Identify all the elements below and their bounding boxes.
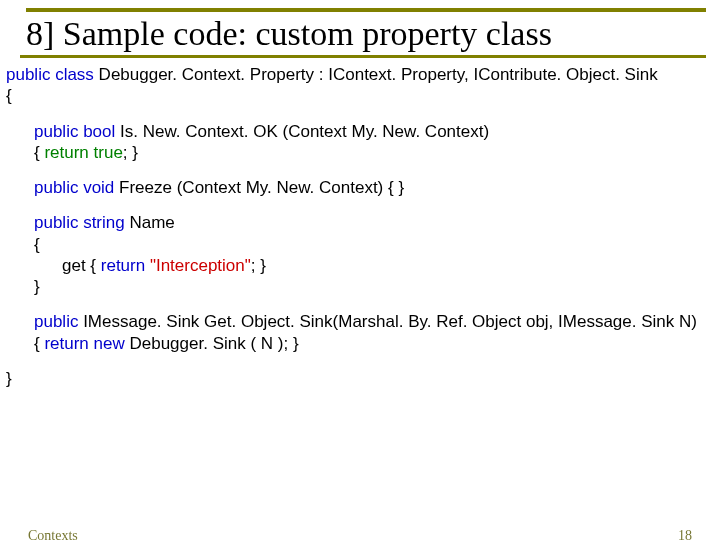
method-isnew: public bool Is. New. Context. OK (Contex… bbox=[6, 121, 714, 164]
kw-return-true: return true bbox=[44, 143, 122, 162]
get-close: ; } bbox=[251, 256, 266, 275]
ctor-call: Debugger. Sink ( N ); bbox=[129, 334, 292, 353]
method-sig: IMessage. Sink Get. Object. Sink(Marshal… bbox=[83, 312, 697, 331]
kw-public-class: public class bbox=[6, 65, 99, 84]
prop-id: Name bbox=[129, 213, 174, 232]
brace-close: } bbox=[293, 334, 299, 353]
class-decl: public class Debugger. Context. Property… bbox=[6, 64, 714, 107]
footer-left: Contexts bbox=[28, 528, 78, 540]
kw-public-bool: public bool bbox=[34, 122, 120, 141]
brace-close: ; } bbox=[123, 143, 138, 162]
code-block: public class Debugger. Context. Property… bbox=[0, 58, 720, 389]
get-open: get { bbox=[62, 256, 101, 275]
method-sig: Is. New. Context. OK (Context My. New. C… bbox=[120, 122, 489, 141]
open-brace: { bbox=[6, 85, 714, 106]
code-line: public IMessage. Sink Get. Object. Sink(… bbox=[34, 311, 714, 332]
method-freeze: public void Freeze (Context My. New. Con… bbox=[6, 177, 714, 198]
title-block: 8] Sample code: custom property class bbox=[0, 0, 720, 58]
code-line: { return true; } bbox=[34, 142, 714, 163]
code-line: public bool Is. New. Context. OK (Contex… bbox=[34, 121, 714, 142]
open-brace: { bbox=[34, 234, 714, 255]
kw-return-new: return new bbox=[44, 334, 129, 353]
kw-public-string: public string bbox=[34, 213, 129, 232]
title-top-rule bbox=[26, 8, 706, 12]
kw-return: return bbox=[101, 256, 150, 275]
class-close-brace: } bbox=[6, 368, 714, 389]
slide-title: 8] Sample code: custom property class bbox=[20, 14, 706, 58]
class-sig: Debugger. Context. Property : IContext. … bbox=[99, 65, 658, 84]
code-line: public void Freeze (Context My. New. Con… bbox=[34, 177, 714, 198]
code-line: public class Debugger. Context. Property… bbox=[6, 64, 714, 85]
close-brace: } bbox=[34, 276, 714, 297]
method-getsink: public IMessage. Sink Get. Object. Sink(… bbox=[6, 311, 714, 354]
kw-public-void: public void bbox=[34, 178, 119, 197]
prop-name: public string Name { get { return "Inter… bbox=[6, 212, 714, 297]
method-sig: Freeze (Context My. New. Context) { } bbox=[119, 178, 404, 197]
code-line: public string Name bbox=[34, 212, 714, 233]
brace-open: { bbox=[34, 334, 44, 353]
kw-public: public bbox=[34, 312, 83, 331]
string-literal: "Interception" bbox=[150, 256, 251, 275]
code-line: get { return "Interception"; } bbox=[34, 255, 714, 276]
code-line: { return new Debugger. Sink ( N ); } bbox=[34, 333, 714, 354]
brace-open: { bbox=[34, 143, 44, 162]
footer-right: 18 bbox=[678, 528, 692, 540]
